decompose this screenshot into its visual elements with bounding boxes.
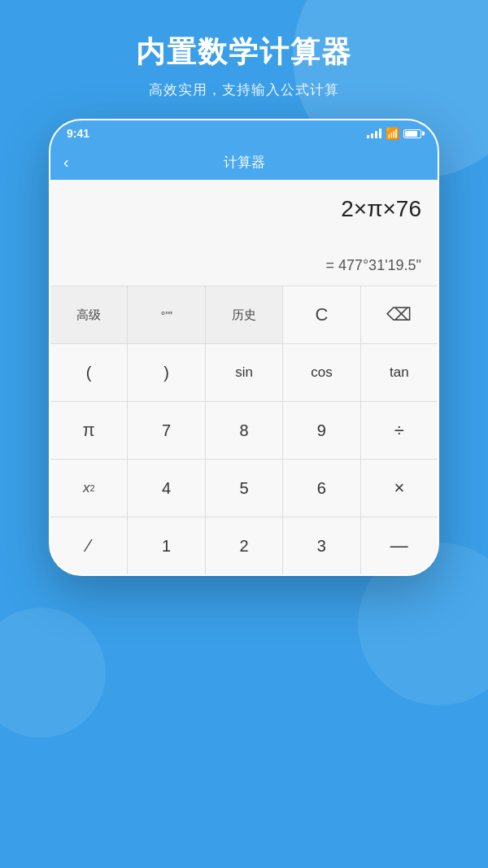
key-2[interactable]: 2: [206, 517, 283, 574]
key-fraction[interactable]: ⁄: [50, 517, 128, 574]
key-row-1: 高级 °'" 历史 C ⌫: [50, 286, 438, 344]
key-sin[interactable]: sin: [206, 344, 283, 401]
calc-result: = 477°31'19.5": [67, 257, 421, 274]
app-header-title: 计算器: [224, 153, 265, 172]
key-pi[interactable]: π: [50, 402, 128, 459]
phone-mockup: 9:41 📶 ‹ 计算器 2×π×76 = 477°31'1: [0, 119, 488, 576]
back-button[interactable]: ‹: [63, 153, 69, 172]
status-bar: 9:41 📶: [50, 120, 438, 145]
key-7[interactable]: 7: [128, 402, 205, 459]
key-advanced[interactable]: 高级: [50, 286, 128, 343]
key-open-paren[interactable]: (: [50, 344, 128, 401]
key-5[interactable]: 5: [206, 460, 283, 517]
key-4[interactable]: 4: [128, 460, 205, 517]
key-row-4: x2 4 5 6 ×: [50, 460, 438, 517]
key-row-2: ( ) sin cos tan: [50, 344, 438, 402]
signal-bars-icon: [367, 129, 381, 138]
backspace-icon: ⌫: [386, 304, 412, 325]
key-row-3: π 7 8 9 ÷: [50, 402, 438, 460]
battery-icon: [403, 129, 421, 138]
key-close-paren[interactable]: ): [128, 344, 205, 401]
wifi-icon: 📶: [386, 127, 399, 140]
key-backspace[interactable]: ⌫: [361, 286, 438, 343]
header-subtitle: 高效实用，支持输入公式计算: [0, 81, 488, 99]
key-8[interactable]: 8: [206, 402, 283, 459]
key-divide[interactable]: ÷: [361, 402, 438, 459]
key-square[interactable]: x2: [50, 460, 128, 517]
key-9[interactable]: 9: [283, 402, 360, 459]
key-tan[interactable]: tan: [361, 344, 438, 401]
key-1[interactable]: 1: [128, 517, 205, 574]
status-icons: 📶: [367, 127, 421, 140]
app-header: ‹ 计算器: [50, 145, 438, 180]
header-section: 内置数学计算器 高效实用，支持输入公式计算: [0, 0, 488, 119]
key-degrees[interactable]: °'": [128, 286, 205, 343]
status-time: 9:41: [67, 127, 89, 140]
keypad: 高级 °'" 历史 C ⌫ ( ) sin cos tan π 7 8: [50, 286, 438, 574]
key-clear[interactable]: C: [283, 286, 360, 343]
key-cos[interactable]: cos: [283, 344, 360, 401]
key-row-5: ⁄ 1 2 3 —: [50, 517, 438, 574]
key-6[interactable]: 6: [283, 460, 360, 517]
key-history[interactable]: 历史: [206, 286, 283, 343]
key-multiply[interactable]: ×: [361, 460, 438, 517]
key-subtract[interactable]: —: [361, 517, 438, 574]
calc-input: 2×π×76: [67, 196, 421, 229]
header-title: 内置数学计算器: [0, 33, 488, 72]
calculator-display: 2×π×76 = 477°31'19.5": [50, 180, 438, 286]
phone-frame: 9:41 📶 ‹ 计算器 2×π×76 = 477°31'1: [49, 119, 439, 576]
key-3[interactable]: 3: [283, 517, 360, 574]
